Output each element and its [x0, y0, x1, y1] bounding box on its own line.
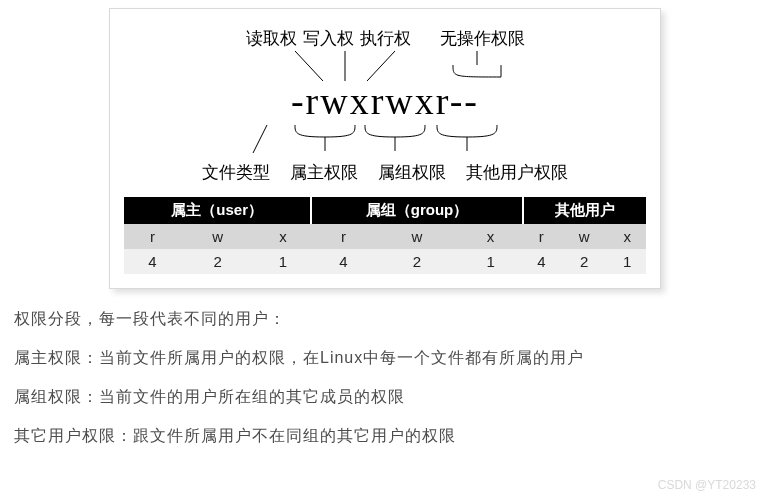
diagram-top-labels: 读取权 写入权 执行权 无操作权限 [124, 27, 646, 50]
table-group-header: 其他用户 [523, 197, 646, 224]
diagram-top-label: 执行权 [360, 27, 411, 50]
diagram-bottom-label: 文件类型 [202, 161, 270, 184]
table-cell: 2 [560, 249, 609, 274]
permission-string: -rwxrwxr-- [124, 79, 646, 123]
diagram-top-label: 写入权 [303, 27, 354, 50]
table-group-header: 属组（group） [311, 197, 522, 224]
description-paragraph: 属主权限：当前文件所属用户的权限，在Linux中每一个文件都有所属的用户 [14, 348, 756, 369]
permission-table: 属主（user） 属组（group） 其他用户 r w x r w x r w … [124, 197, 646, 274]
diagram-top-label: 无操作权限 [440, 27, 525, 50]
diagram-top-label: 读取权 [246, 27, 297, 50]
table-cell: 2 [375, 249, 458, 274]
table-cell: w [560, 224, 609, 249]
table-cell: 4 [523, 249, 560, 274]
svg-line-0 [295, 51, 323, 81]
diagram-bottom-label: 属主权限 [290, 161, 358, 184]
diagram-bottom-label: 其他用户权限 [466, 161, 568, 184]
table-letter-row: r w x r w x r w x [124, 224, 646, 249]
table-cell: w [375, 224, 458, 249]
table-cell: 4 [124, 249, 181, 274]
table-cell: r [311, 224, 375, 249]
permission-diagram: 读取权 写入权 执行权 无操作权限 -rwxrwxr-- [124, 23, 646, 191]
table-cell: 4 [311, 249, 375, 274]
table-cell: x [459, 224, 523, 249]
table-cell: r [523, 224, 560, 249]
table-cell: 2 [181, 249, 255, 274]
table-cell: 1 [609, 249, 646, 274]
description-paragraph: 其它用户权限：跟文件所属用户不在同组的其它用户的权限 [14, 426, 756, 447]
table-number-row: 4 2 1 4 2 1 4 2 1 [124, 249, 646, 274]
description-paragraph: 权限分段，每一段代表不同的用户： [14, 309, 756, 330]
svg-line-4 [253, 125, 267, 153]
table-cell: x [255, 224, 312, 249]
diagram-bottom-labels: 文件类型 属主权限 属组权限 其他用户权限 [124, 161, 646, 184]
table-cell: 1 [255, 249, 312, 274]
table-cell: w [181, 224, 255, 249]
svg-line-2 [367, 51, 395, 81]
diagram-bottom-label: 属组权限 [378, 161, 446, 184]
diagram-connectors-bottom [124, 125, 646, 163]
table-cell: 1 [459, 249, 523, 274]
table-group-header-row: 属主（user） 属组（group） 其他用户 [124, 197, 646, 224]
table-cell: r [124, 224, 181, 249]
table-cell: x [609, 224, 646, 249]
permission-figure-card: 读取权 写入权 执行权 无操作权限 -rwxrwxr-- [109, 8, 661, 289]
table-group-header: 属主（user） [124, 197, 311, 224]
description-paragraph: 属组权限：当前文件的用户所在组的其它成员的权限 [14, 387, 756, 408]
